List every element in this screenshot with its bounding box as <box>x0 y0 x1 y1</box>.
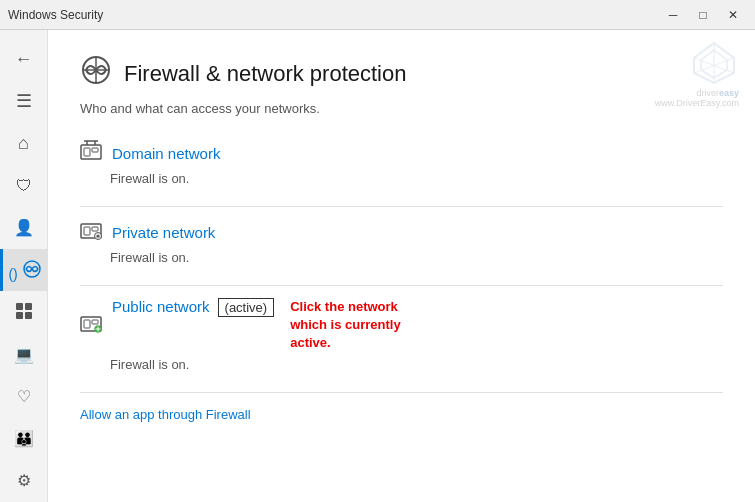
divider-3 <box>80 392 723 393</box>
page-header: Firewall & network protection <box>80 54 723 93</box>
domain-network-icon <box>80 140 102 167</box>
domain-network-header: Domain network <box>80 140 723 167</box>
svg-rect-12 <box>84 148 90 156</box>
titlebar-title: Windows Security <box>8 8 103 22</box>
sidebar: ← ☰ ⌂ 🛡 👤 () <box>0 30 48 502</box>
private-network-status: Firewall is on. <box>110 250 723 265</box>
svg-rect-2 <box>25 303 32 310</box>
public-network-row: Public network (active) Click the networ… <box>112 298 430 353</box>
sidebar-item-shield[interactable]: 🛡 <box>0 165 48 207</box>
sidebar-item-family[interactable]: 👪 <box>0 418 48 460</box>
domain-network-status: Firewall is on. <box>110 171 723 186</box>
sidebar-item-back[interactable]: ← <box>0 38 48 80</box>
public-network-item: Public network (active) Click the networ… <box>80 298 723 372</box>
svg-rect-23 <box>92 320 98 324</box>
back-icon: ← <box>15 49 33 70</box>
maximize-button[interactable]: □ <box>689 5 717 25</box>
account-icon: 👤 <box>14 218 34 237</box>
svg-rect-19 <box>92 227 98 231</box>
family-icon: 👪 <box>14 429 34 448</box>
minimize-button[interactable]: ─ <box>659 5 687 25</box>
domain-network-link[interactable]: Domain network <box>112 145 220 162</box>
page-subtitle: Who and what can access your networks. <box>80 101 723 116</box>
sidebar-item-settings[interactable]: ⚙ <box>0 460 48 502</box>
allow-app-link[interactable]: Allow an app through Firewall <box>80 407 251 422</box>
home-icon: ⌂ <box>18 133 29 154</box>
sidebar-item-health[interactable]: ♡ <box>0 376 48 418</box>
titlebar: Windows Security ─ □ ✕ <box>0 0 755 30</box>
firewall-sidebar-icon: () <box>8 259 41 282</box>
private-network-header: Private network <box>80 219 723 246</box>
svg-rect-4 <box>25 312 32 319</box>
svg-rect-13 <box>92 148 98 152</box>
device-icon: 💻 <box>14 345 34 364</box>
watermark-url: www.DriverEasy.com <box>655 98 739 108</box>
shield-icon: 🛡 <box>16 177 32 195</box>
svg-rect-3 <box>16 312 23 319</box>
sidebar-item-appbrowser[interactable] <box>0 291 48 333</box>
health-icon: ♡ <box>17 387 31 406</box>
domain-network-item: Domain network Firewall is on. <box>80 140 723 186</box>
active-badge: (active) <box>218 298 275 317</box>
settings-icon: ⚙ <box>17 471 31 490</box>
page-title: Firewall & network protection <box>124 61 406 87</box>
divider-2 <box>80 285 723 286</box>
sidebar-item-firewall[interactable]: () <box>0 249 48 291</box>
sidebar-item-device[interactable]: 💻 <box>0 333 48 375</box>
sidebar-item-menu[interactable]: ☰ <box>0 80 48 122</box>
public-network-header: Public network (active) Click the networ… <box>80 298 723 353</box>
private-network-icon <box>80 219 102 246</box>
close-button[interactable]: ✕ <box>719 5 747 25</box>
svg-rect-22 <box>84 320 90 328</box>
svg-rect-1 <box>16 303 23 310</box>
page-header-icon <box>80 54 112 93</box>
content-area: drivereasy www.DriverEasy.com Firewall &… <box>48 30 755 502</box>
sidebar-item-home[interactable]: ⌂ <box>0 122 48 164</box>
private-network-item: Private network Firewall is on. <box>80 219 723 265</box>
private-network-link[interactable]: Private network <box>112 224 215 241</box>
svg-rect-18 <box>84 227 90 235</box>
public-network-status: Firewall is on. <box>110 357 723 372</box>
app-container: ← ☰ ⌂ 🛡 👤 () <box>0 30 755 502</box>
menu-icon: ☰ <box>16 90 32 112</box>
annotation-text: Click the network which is currently act… <box>290 298 430 353</box>
public-network-icon <box>80 312 102 339</box>
watermark: drivereasy www.DriverEasy.com <box>655 38 739 108</box>
sidebar-item-account[interactable]: 👤 <box>0 207 48 249</box>
titlebar-controls: ─ □ ✕ <box>659 5 747 25</box>
public-network-link[interactable]: Public network <box>112 298 210 315</box>
appbrowser-icon <box>14 301 34 324</box>
divider-1 <box>80 206 723 207</box>
